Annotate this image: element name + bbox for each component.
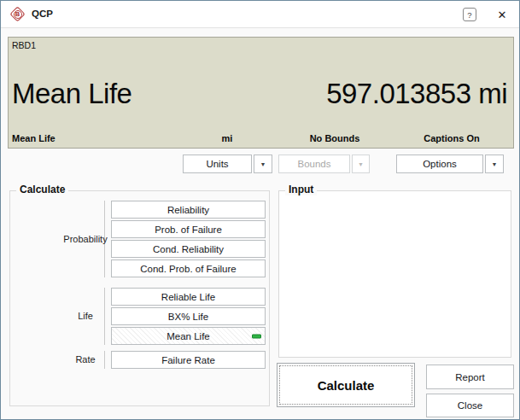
failure-rate-button[interactable]: Failure Rate [111, 351, 266, 369]
rate-button-stack: Failure Rate [111, 351, 266, 370]
bounds-button: Bounds [278, 155, 350, 173]
probability-button-stack: Reliability Prob. of Failure Cond. Relia… [111, 201, 266, 279]
help-icon: ? [467, 10, 471, 20]
input-group: Input [278, 190, 511, 358]
model-name: RBD1 [12, 40, 36, 50]
options-button[interactable]: Options [396, 155, 483, 173]
section-label-probability: Probability [63, 234, 107, 244]
options-dropdown-button[interactable]: ▼ [485, 155, 504, 173]
units-dropdown-button[interactable]: ▼ [254, 155, 272, 173]
prob-of-failure-button[interactable]: Prob. of Failure [111, 220, 266, 238]
close-button[interactable]: Close [426, 394, 514, 417]
close-window-button[interactable]: ✕ [494, 7, 511, 22]
footer-bounds: No Bounds [310, 133, 360, 143]
cond-reliability-button[interactable]: Cond. Reliability [111, 240, 266, 258]
title-bar: B QCP ? ✕ [1, 1, 519, 28]
footer-units: mi [222, 133, 233, 143]
calculate-button[interactable]: Calculate [277, 363, 415, 407]
chevron-down-icon: ▼ [492, 161, 498, 167]
footer-captions: Captions On [424, 133, 479, 143]
mean-life-button[interactable]: Mean Life [111, 327, 266, 345]
chevron-down-icon: ▼ [260, 161, 266, 167]
bounds-dropdown-button: ▼ [352, 155, 370, 173]
blocksim-logo-icon: B [10, 7, 26, 22]
input-group-title: Input [285, 184, 317, 195]
chevron-down-icon: ▼ [358, 161, 364, 167]
divider [104, 288, 105, 345]
report-button[interactable]: Report [426, 365, 514, 389]
help-button[interactable]: ? [463, 8, 476, 21]
bx-life-button[interactable]: BX% Life [111, 307, 266, 325]
units-button[interactable]: Units [183, 155, 252, 173]
section-label-life: Life [78, 311, 93, 321]
calculate-group: Calculate Probability Life Rate Reliabil… [9, 190, 270, 406]
selected-indicator-icon [252, 334, 261, 338]
close-icon: ✕ [498, 9, 507, 21]
section-label-rate: Rate [75, 354, 95, 365]
result-value: 597.013853 mi [326, 78, 507, 110]
cond-prob-of-failure-button[interactable]: Cond. Prob. of Failure [111, 260, 266, 277]
qcp-dialog: B QCP ? ✕ RBD1 Mean Life 597.013853 mi M… [0, 0, 520, 420]
window-title: QCP [32, 9, 53, 19]
mean-life-button-label: Mean Life [167, 331, 210, 341]
result-metric: Mean Life [12, 78, 131, 110]
footer-metric: Mean Life [12, 133, 56, 143]
divider [104, 351, 105, 369]
calculate-group-title: Calculate [16, 184, 68, 195]
reliability-button[interactable]: Reliability [111, 201, 266, 219]
life-button-stack: Reliable Life BX% Life Mean Life [111, 288, 266, 347]
logo-letter: B [14, 10, 22, 19]
results-panel: RBD1 Mean Life 597.013853 mi Mean Life m… [8, 37, 514, 149]
reliable-life-button[interactable]: Reliable Life [111, 288, 266, 306]
